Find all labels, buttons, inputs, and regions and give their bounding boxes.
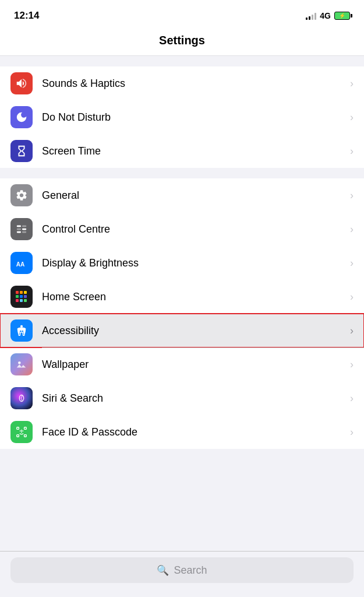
svg-rect-8 [20,291,23,294]
accessibility-icon [15,324,28,337]
network-label: 4G [320,11,331,20]
status-time: 12:14 [14,10,39,22]
homescreen-label: Home Screen [42,291,348,303]
svg-rect-2 [17,229,21,230]
search-bar[interactable]: 🔍 Search [10,557,354,583]
svg-rect-0 [17,226,21,227]
svg-rect-22 [17,435,19,437]
settings-row-sounds[interactable]: Sounds & Haptics › [0,66,364,100]
accessibility-chevron: › [350,325,354,337]
svg-rect-12 [24,295,27,298]
siri-chevron: › [350,392,354,405]
signal-icon [306,12,316,20]
wallpaper-icon-wrap [10,353,33,375]
settings-row-screentime[interactable]: Screen Time › [0,134,364,168]
general-label: General [42,189,348,202]
svg-rect-3 [22,229,26,230]
svg-point-19 [19,395,23,402]
faceid-chevron: › [350,426,354,438]
homescreen-icon [15,290,28,303]
status-icons: 4G ⚡ [306,11,350,20]
controlcentre-label: Control Centre [42,223,348,236]
svg-rect-23 [24,435,27,437]
svg-rect-11 [20,295,23,298]
settings-row-displaybrightness[interactable]: AA Display & Brightness › [0,246,364,280]
battery-icon: ⚡ [334,12,350,20]
sounds-label: Sounds & Haptics [42,78,348,90]
search-bar-container: 🔍 Search [0,551,364,597]
search-label: Search [174,564,207,577]
faceid-icon-wrap [10,421,33,443]
sounds-icon-wrap [10,72,33,94]
accessibility-label: Accessibility [42,325,348,337]
svg-point-17 [20,325,23,328]
donotdisturb-icon-wrap [10,106,33,128]
status-bar: 12:14 4G ⚡ [0,0,364,29]
speaker-icon [15,77,28,90]
siri-label: Siri & Search [42,392,348,405]
svg-rect-7 [16,291,19,294]
displaybrightness-label: Display & Brightness [42,257,348,269]
settings-row-wallpaper[interactable]: Wallpaper › [0,347,364,381]
aa-icon: AA [15,257,28,269]
page-title: Settings [159,34,205,47]
wallpaper-icon [15,358,28,371]
svg-rect-15 [24,299,27,302]
screentime-label: Screen Time [42,145,348,157]
displaybrightness-icon-wrap: AA [10,252,33,274]
svg-rect-10 [16,295,19,298]
controlcentre-icon-wrap [10,218,33,240]
settings-row-general[interactable]: General › [0,178,364,212]
settings-row-homescreen[interactable]: Home Screen › [0,280,364,314]
moon-icon [15,111,28,124]
siri-icon [15,392,28,405]
settings-group-2: General › Control Centre › AA Display & … [0,178,364,449]
controlcentre-chevron: › [350,223,354,236]
svg-rect-9 [24,291,27,294]
svg-point-25 [22,430,23,431]
general-icon-wrap [10,184,33,206]
faceid-icon [15,426,28,438]
svg-rect-1 [22,226,26,227]
wallpaper-label: Wallpaper [42,359,348,371]
settings-row-faceid[interactable]: Face ID & Passcode › [0,415,364,449]
homescreen-icon-wrap [10,286,33,308]
settings-row-siri[interactable]: Siri & Search › [0,381,364,415]
toggles-icon [15,223,28,236]
siri-icon-wrap [10,387,33,409]
donotdisturb-chevron: › [350,111,354,124]
screentime-chevron: › [350,145,354,157]
svg-rect-4 [17,231,21,233]
general-chevron: › [350,189,354,202]
settings-row-accessibility[interactable]: Accessibility › [0,314,364,347]
sounds-chevron: › [350,78,354,90]
svg-rect-5 [22,231,26,233]
homescreen-chevron: › [350,291,354,303]
svg-point-24 [20,430,21,431]
svg-rect-21 [24,427,27,430]
displaybrightness-chevron: › [350,257,354,269]
svg-point-18 [18,361,21,364]
svg-rect-14 [20,299,23,302]
settings-group-1: Sounds & Haptics › Do Not Disturb › Scre… [0,66,364,168]
accessibility-icon-wrap [10,319,33,342]
settings-row-controlcentre[interactable]: Control Centre › [0,212,364,246]
search-icon: 🔍 [157,564,169,577]
svg-text:AA: AA [16,261,25,268]
donotdisturb-label: Do Not Disturb [42,111,348,124]
hourglass-icon [15,145,28,157]
wallpaper-chevron: › [350,359,354,371]
screentime-icon-wrap [10,140,33,162]
faceid-label: Face ID & Passcode [42,426,348,438]
page-title-bar: Settings [0,29,364,56]
gear-icon [15,189,28,202]
svg-rect-13 [16,299,19,302]
svg-rect-20 [17,427,19,430]
settings-row-donotdisturb[interactable]: Do Not Disturb › [0,100,364,134]
